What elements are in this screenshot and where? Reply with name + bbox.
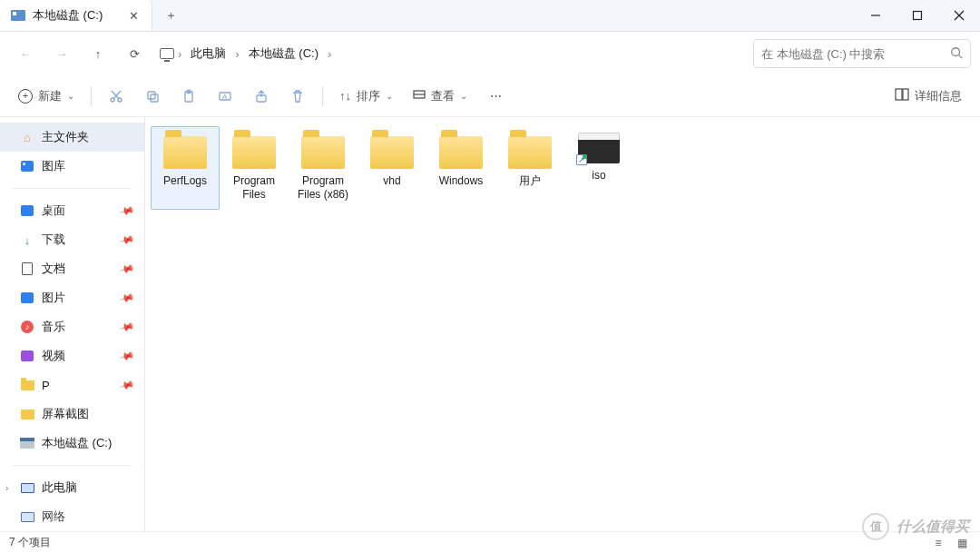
chevron-down-icon: ⌄	[460, 91, 467, 101]
cut-button[interactable]	[101, 81, 132, 112]
new-button[interactable]: + 新建 ⌄	[11, 81, 82, 112]
sidebar-item-videos[interactable]: 视频 📌	[0, 341, 144, 370]
crumb-drive[interactable]: 本地磁盘 (C:)	[243, 42, 324, 65]
search-icon	[950, 46, 963, 62]
pin-icon: 📌	[119, 202, 136, 219]
file-item[interactable]: Windows	[426, 126, 495, 210]
sidebar-item-screenshots[interactable]: 屏幕截图	[0, 400, 144, 429]
more-button[interactable]: ⋯	[480, 81, 511, 112]
sidebar-item-label: 主文件夹	[42, 129, 89, 145]
sidebar-item-label: 下载	[42, 232, 65, 248]
chevron-right-icon[interactable]: ›	[5, 483, 8, 493]
separator	[91, 86, 92, 106]
view-button[interactable]: 查看 ⌄	[406, 81, 475, 112]
paste-button[interactable]	[173, 81, 204, 112]
chevron-down-icon: ⌄	[67, 91, 74, 101]
chevron-right-icon: ›	[233, 47, 240, 61]
file-label: 用户	[519, 174, 541, 188]
sidebar-item-this-pc[interactable]: › 此电脑	[0, 473, 144, 502]
maximize-button[interactable]	[897, 0, 938, 31]
close-window-button[interactable]	[938, 0, 980, 31]
sidebar-item-desktop[interactable]: 桌面 📌	[0, 196, 144, 225]
sidebar-item-documents[interactable]: 文档 📌	[0, 254, 144, 283]
separator	[13, 465, 132, 466]
pc-icon	[21, 483, 34, 493]
file-item[interactable]: Program Files	[220, 126, 289, 210]
minimize-button[interactable]	[855, 0, 897, 31]
sidebar-item-label: 音乐	[42, 319, 65, 335]
download-icon: ↓	[20, 232, 34, 247]
share-button[interactable]	[246, 81, 277, 112]
sidebar-item-p[interactable]: P 📌	[0, 370, 144, 400]
pictures-icon	[21, 292, 34, 303]
sidebar-item-gallery[interactable]: 图库	[0, 152, 144, 181]
separator	[13, 188, 132, 189]
details-label: 详细信息	[915, 88, 962, 104]
view-list-button[interactable]: ≡	[929, 537, 947, 549]
crumb-this-pc[interactable]: 此电脑	[185, 42, 231, 65]
refresh-button[interactable]: ⟳	[118, 37, 151, 70]
forward-button[interactable]: →	[45, 37, 78, 70]
sidebar-item-music[interactable]: ♪ 音乐 📌	[0, 312, 144, 341]
sidebar-item-label: P	[42, 379, 50, 392]
file-item[interactable]: PerfLogs	[151, 126, 220, 210]
pin-icon: 📌	[119, 348, 136, 364]
svg-rect-10	[148, 92, 155, 99]
sidebar-item-network[interactable]: 网络	[0, 502, 144, 531]
folder-icon	[508, 136, 552, 169]
sidebar-item-label: 本地磁盘 (C:)	[42, 435, 112, 451]
breadcrumb[interactable]: › 此电脑 › 本地磁盘 (C:) ›	[154, 39, 750, 68]
new-tab-button[interactable]: ＋	[152, 0, 189, 31]
sidebar-item-home[interactable]: ⌂ 主文件夹	[0, 123, 144, 152]
rename-button[interactable]: A	[210, 81, 240, 112]
file-label: Windows	[439, 174, 484, 188]
sidebar-item-c-drive[interactable]: 本地磁盘 (C:)	[0, 429, 144, 458]
file-grid[interactable]: PerfLogsProgram FilesProgram Files (x86)…	[145, 117, 980, 531]
chevron-down-icon: ⌄	[386, 91, 393, 101]
pin-icon: 📌	[119, 232, 136, 248]
sidebar-item-downloads[interactable]: ↓ 下载 📌	[0, 225, 144, 254]
folder-icon	[370, 136, 414, 169]
window-tab[interactable]: 本地磁盘 (C:) ✕	[0, 0, 152, 31]
pin-icon: 📌	[119, 377, 136, 393]
view-grid-button[interactable]: ▦	[953, 537, 971, 549]
folder-icon	[21, 380, 34, 390]
shortcut-badge-icon: ↗	[576, 154, 587, 165]
folder-icon	[439, 136, 483, 169]
close-tab-icon[interactable]: ✕	[126, 9, 141, 23]
status-count: 7 个项目	[9, 535, 51, 550]
svg-line-5	[959, 54, 963, 58]
delete-button[interactable]	[282, 81, 313, 112]
file-label: PerfLogs	[163, 174, 207, 188]
desktop-icon	[21, 205, 34, 216]
up-button[interactable]: ↑	[82, 37, 114, 70]
back-button[interactable]: ←	[9, 37, 42, 70]
sort-icon: ↑↓	[339, 89, 351, 103]
view-icon	[413, 88, 426, 104]
file-item[interactable]: ↗iso	[564, 126, 633, 210]
svg-text:A: A	[222, 93, 228, 101]
search-input[interactable]	[761, 47, 950, 61]
copy-button[interactable]	[137, 81, 168, 112]
sort-button[interactable]: ↑↓ 排序 ⌄	[332, 81, 400, 112]
file-item[interactable]: vhd	[358, 126, 426, 210]
drive-icon	[11, 10, 25, 21]
file-item[interactable]: Program Files (x86)	[289, 126, 358, 210]
file-label: Program Files	[220, 174, 288, 202]
sidebar-item-label: 屏幕截图	[42, 406, 89, 422]
search-box[interactable]	[753, 39, 971, 68]
drive-shortcut-icon: ↗	[578, 138, 620, 163]
details-button[interactable]: 详细信息	[887, 81, 969, 112]
separator	[322, 86, 323, 106]
file-item[interactable]: 用户	[495, 126, 564, 210]
pin-icon: 📌	[119, 261, 136, 277]
file-label: vhd	[383, 174, 400, 188]
this-pc-icon	[160, 48, 174, 59]
drive-icon	[20, 438, 34, 449]
folder-icon	[301, 136, 345, 169]
sidebar: ⌂ 主文件夹 图库 桌面 📌 ↓ 下载 📌 文档 📌 图片 📌	[0, 117, 145, 531]
view-label: 查看	[431, 88, 455, 104]
gallery-icon	[21, 161, 34, 172]
sidebar-item-pictures[interactable]: 图片 📌	[0, 283, 144, 312]
sidebar-item-label: 图库	[42, 158, 65, 174]
